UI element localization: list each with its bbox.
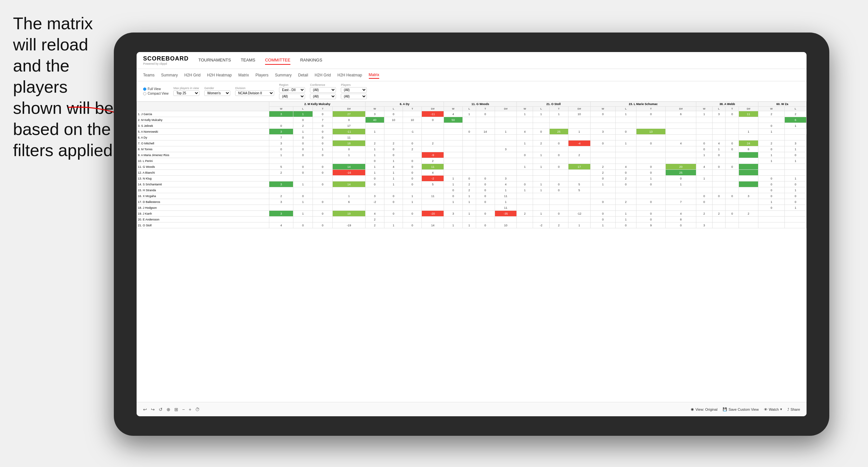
wlt-w6: W [696,107,712,111]
cell: 0 [269,123,293,129]
cell: 0 [313,199,333,205]
cell [725,182,739,187]
cell [739,158,758,164]
cell: -11 [422,111,444,117]
clock-icon[interactable]: ⏱ [195,407,200,412]
gender-select[interactable]: Women's [204,90,230,96]
cell: 3 [365,111,384,117]
sub-nav-h2h-grid2[interactable]: H2H Grid [314,72,331,79]
cell [725,187,739,193]
layout-icon[interactable]: ⊞ [174,407,178,412]
max-players-select[interactable]: Top 25 [173,90,199,96]
sub-nav-detail[interactable]: Detail [298,72,308,79]
cell: 0 [403,211,422,217]
cell [517,176,533,182]
cell [462,117,476,123]
cell: 1 [533,187,549,193]
nav-tournaments[interactable]: TOURNAMENTS [198,56,231,65]
conference-sub-select[interactable]: (All) [310,94,336,99]
cell [666,146,696,152]
cell [725,135,739,141]
conference-select[interactable]: (All) [310,87,336,93]
cell [422,205,444,211]
cell: 5 [269,164,293,170]
cell: 0 [590,199,615,205]
gender-label: Gender [204,87,230,90]
add-icon[interactable]: + [189,407,191,412]
sub-nav-matrix2[interactable]: Matrix [369,71,379,79]
nav-committee[interactable]: COMMITTEE [265,56,290,65]
cell [476,205,495,211]
cell [739,176,758,182]
division-select[interactable]: NCAA Division II [235,90,274,96]
cell: 1 [696,111,712,117]
cell: 0 [313,123,333,129]
table-row: 18. J Hodgson 11 [137,205,807,211]
cell: 18 [332,141,365,146]
cell: 1 [384,222,403,228]
wlt-l6: L [712,107,725,111]
cell: 0 [422,117,444,123]
sub-nav-h2h-heatmap[interactable]: H2H Heatmap [207,72,232,79]
watch-btn[interactable]: 👁 Watch ▾ [764,407,782,411]
wlt-w5: W [590,107,615,111]
save-custom-btn[interactable]: 💾 Save Custom View [723,407,759,411]
cell [725,217,739,222]
redo-icon[interactable]: ↪ [151,407,155,412]
cell: 1 [293,199,313,205]
cell [332,176,365,182]
sub-nav-matrix[interactable]: Matrix [238,72,249,79]
cell [568,135,590,141]
cell: -11 [332,129,365,135]
cell [739,117,758,123]
player-name: 9. A Maria Jimenez Rios [137,152,269,158]
cell [444,146,463,152]
region-sub-select[interactable]: (All) [279,94,305,99]
cell: 2 [590,170,615,176]
cell [615,117,636,123]
cell: 0 [476,182,495,187]
sub-nav-summary[interactable]: Summary [161,72,178,79]
cell: 4 [615,164,636,170]
cell [495,158,517,164]
logo-title: SCOREBOARD [143,55,189,62]
nav-teams[interactable]: TEAMS [241,56,255,65]
share-btn[interactable]: ⤴ Share [787,407,800,411]
view-original-btn[interactable]: ◉ View: Original [691,407,717,411]
sub-nav-summary2[interactable]: Summary [275,72,291,79]
region-select[interactable]: East - DII [279,87,305,93]
minus-icon[interactable]: − [182,407,185,412]
undo-icon[interactable]: ↩ [143,407,147,412]
player-name: 11. G Woods [137,164,269,170]
cell: 0 [384,111,403,117]
sub-nav-h2h-grid[interactable]: H2H Grid [184,72,201,79]
cell: 1 [313,146,333,152]
cell: 1 [758,152,785,158]
main-content[interactable]: 2. M Kelly Mulcahy 6. A Dy 11. G Woods 2… [136,101,807,402]
cell: 1 [696,176,712,182]
sub-nav-h2h-heatmap2[interactable]: H2H Heatmap [337,72,362,79]
cell: 8 [666,217,696,222]
sub-nav-teams[interactable]: Teams [143,72,154,79]
sub-nav-players[interactable]: Players [255,72,268,79]
cell [403,152,422,158]
zoom-icon[interactable]: ⊕ [166,407,170,412]
nav-rankings[interactable]: RANKINGS [300,56,322,65]
compact-view-radio[interactable]: Compact View [143,92,168,95]
cell: 3 [269,111,293,117]
cell: 0 [293,164,313,170]
full-view-radio[interactable]: Full View [143,87,168,91]
player-name: 2. M Kelly Mulcahy [137,117,269,123]
division-filter: Division NCAA Division II [235,87,274,96]
cell [462,123,476,129]
cell [739,187,758,193]
cell: 1 [517,187,533,193]
players-select[interactable]: (All) [341,87,367,93]
cell [758,164,785,170]
cell [785,222,807,228]
refresh-icon[interactable]: ↺ [159,407,163,412]
cell: 1 [785,205,807,211]
players-sub-select[interactable]: (All) [341,94,367,99]
cell [476,123,495,129]
cell: 0 [758,193,785,199]
